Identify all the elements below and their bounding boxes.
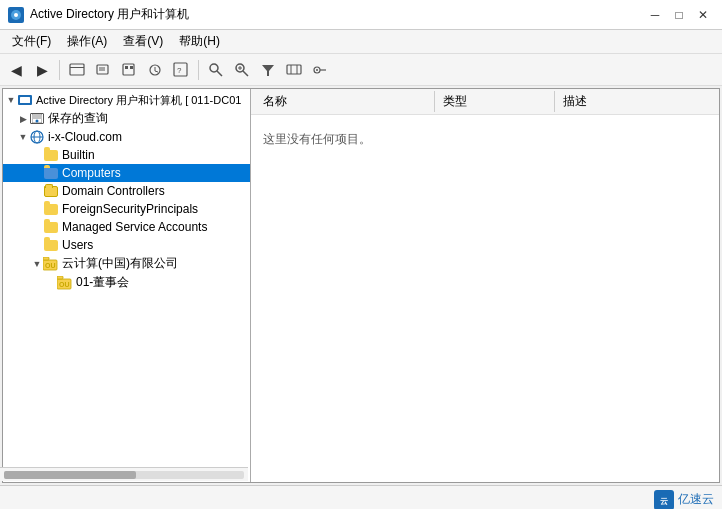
svg-rect-9 <box>130 66 133 69</box>
ixcloud-label: i-x-Cloud.com <box>48 130 122 144</box>
svg-rect-2 <box>70 64 84 75</box>
toolbar-btn-8[interactable] <box>282 58 306 82</box>
saved-queries-label: 保存的查询 <box>48 110 108 127</box>
svg-point-24 <box>316 69 318 71</box>
col-desc[interactable]: 描述 <box>555 91 715 112</box>
toolbar-sep-1 <box>59 60 60 80</box>
title-bar-buttons: ─ □ ✕ <box>644 4 714 26</box>
computers-toggle <box>31 167 43 179</box>
empty-message: 这里没有任何项目。 <box>263 131 707 148</box>
menu-bar: 文件(F) 操作(A) 查看(V) 帮助(H) <box>0 30 722 54</box>
users-label: Users <box>62 238 93 252</box>
svg-rect-8 <box>125 66 128 69</box>
filter-dropdown[interactable] <box>256 58 280 82</box>
dc-icon <box>43 183 59 199</box>
column-headers: 名称 类型 描述 <box>251 89 719 115</box>
ixcloud-icon <box>29 129 45 145</box>
h-scrollbar[interactable] <box>4 471 244 479</box>
toolbar-btn-9[interactable] <box>308 58 332 82</box>
tree-msa[interactable]: Managed Service Accounts <box>3 218 250 236</box>
svg-marker-19 <box>262 65 274 76</box>
fsp-label: ForeignSecurityPrincipals <box>62 202 198 216</box>
tree-computers[interactable]: Computers <box>3 164 250 182</box>
fsp-icon <box>43 201 59 217</box>
saved-queries-toggle[interactable]: ▶ <box>17 113 29 125</box>
svg-point-32 <box>36 120 39 123</box>
tree-root[interactable]: ▼ Active Directory 用户和计算机 [ 011-DC01 <box>3 91 250 109</box>
yunjisuan-toggle[interactable]: ▼ <box>31 258 43 270</box>
tree-fsp[interactable]: ForeignSecurityPrincipals <box>3 200 250 218</box>
h-scrollbar-thumb <box>4 471 136 479</box>
logo-text: 亿速云 <box>678 491 714 508</box>
tree-ixcloud[interactable]: ▼ i-x-Cloud.com <box>3 128 250 146</box>
ixcloud-toggle[interactable]: ▼ <box>17 131 29 143</box>
window-title: Active Directory 用户和计算机 <box>30 6 189 23</box>
tree-panel: ▼ Active Directory 用户和计算机 [ 011-DC01 ▶ 保… <box>3 89 251 482</box>
toolbar-btn-6[interactable] <box>204 58 228 82</box>
title-bar-left: Active Directory 用户和计算机 <box>8 6 189 23</box>
users-icon <box>43 237 59 253</box>
main-content: ▼ Active Directory 用户和计算机 [ 011-DC01 ▶ 保… <box>2 88 720 483</box>
toolbar-btn-3[interactable] <box>117 58 141 82</box>
dongshihui-icon: OU <box>57 275 73 291</box>
yunjisuan-label: 云计算(中国)有限公司 <box>62 255 178 272</box>
msa-toggle <box>31 221 43 233</box>
root-label: Active Directory 用户和计算机 [ 011-DC01 <box>36 93 241 108</box>
users-toggle <box>31 239 43 251</box>
app-icon <box>8 7 24 23</box>
svg-rect-37 <box>43 257 49 260</box>
close-button[interactable]: ✕ <box>692 4 714 26</box>
root-toggle[interactable]: ▼ <box>5 94 17 106</box>
brand-logo: 云 亿速云 <box>654 490 714 510</box>
svg-text:OU: OU <box>59 281 70 288</box>
col-type[interactable]: 类型 <box>435 91 555 112</box>
svg-text:?: ? <box>177 66 182 75</box>
builtin-label: Builtin <box>62 148 95 162</box>
tree-dongshihui[interactable]: OU 01-董事会 <box>3 273 250 292</box>
title-bar: Active Directory 用户和计算机 ─ □ ✕ <box>0 0 722 30</box>
svg-rect-27 <box>20 97 30 103</box>
tree-scrollbar-area <box>3 467 248 481</box>
svg-point-1 <box>14 13 18 17</box>
toolbar-btn-2[interactable] <box>91 58 115 82</box>
toolbar-btn-7[interactable] <box>230 58 254 82</box>
forward-button[interactable]: ▶ <box>30 58 54 82</box>
svg-point-13 <box>210 64 218 72</box>
svg-rect-3 <box>70 67 84 68</box>
tree-saved-queries[interactable]: ▶ 保存的查询 <box>3 109 250 128</box>
builtin-icon <box>43 147 59 163</box>
menu-view[interactable]: 查看(V) <box>115 31 171 52</box>
tree-users[interactable]: Users <box>3 236 250 254</box>
menu-file[interactable]: 文件(F) <box>4 31 59 52</box>
dc-label: Domain Controllers <box>62 184 165 198</box>
dongshihui-label: 01-董事会 <box>76 274 129 291</box>
toolbar: ◀ ▶ ? <box>0 54 722 86</box>
right-content: 这里没有任何项目。 <box>251 115 719 156</box>
tree-yunjisuan[interactable]: ▼ OU 云计算(中国)有限公司 <box>3 254 250 273</box>
yunjisuan-icon: OU <box>43 256 59 272</box>
toolbar-btn-1[interactable] <box>65 58 89 82</box>
tree-builtin[interactable]: Builtin <box>3 146 250 164</box>
svg-text:云: 云 <box>660 497 668 506</box>
svg-rect-28 <box>22 103 28 105</box>
saved-queries-icon <box>29 111 45 127</box>
toolbar-btn-4[interactable] <box>143 58 167 82</box>
dongshihui-toggle <box>45 277 57 289</box>
tree-dc[interactable]: Domain Controllers <box>3 182 250 200</box>
computers-icon <box>43 165 59 181</box>
toolbar-btn-5[interactable]: ? <box>169 58 193 82</box>
svg-rect-20 <box>287 65 301 74</box>
maximize-button[interactable]: □ <box>668 4 690 26</box>
svg-text:OU: OU <box>45 262 56 269</box>
svg-line-14 <box>217 71 222 76</box>
builtin-toggle <box>31 149 43 161</box>
minimize-button[interactable]: ─ <box>644 4 666 26</box>
col-name[interactable]: 名称 <box>255 91 435 112</box>
computers-label: Computers <box>62 166 121 180</box>
dc-toggle <box>31 185 43 197</box>
svg-rect-40 <box>57 276 63 279</box>
back-button[interactable]: ◀ <box>4 58 28 82</box>
menu-action[interactable]: 操作(A) <box>59 31 115 52</box>
menu-help[interactable]: 帮助(H) <box>171 31 228 52</box>
status-bar: 云 亿速云 <box>0 485 722 509</box>
